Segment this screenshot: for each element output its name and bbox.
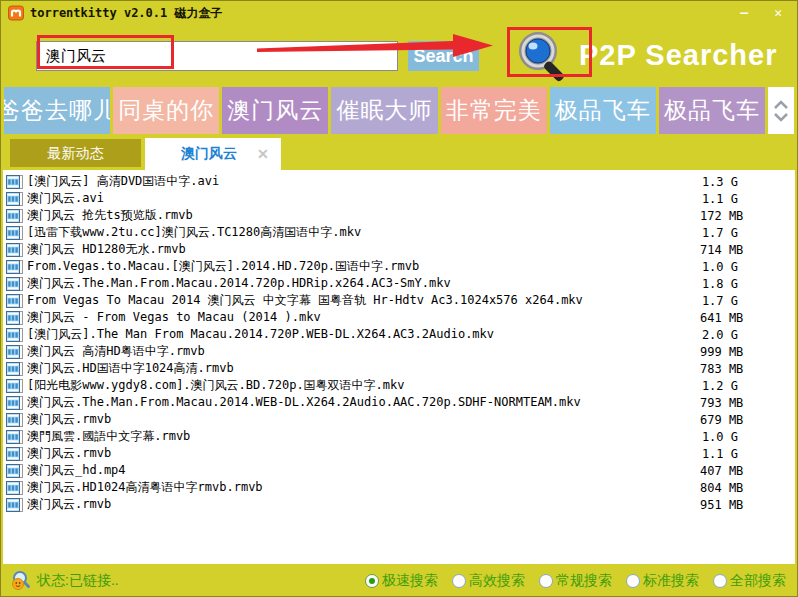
result-row[interactable]: 澳门风云.The.Man.From.Macau.2014.720p.HDRip.… xyxy=(3,275,795,292)
scroll-down-icon[interactable] xyxy=(773,113,789,122)
search-button[interactable]: Search xyxy=(408,41,479,71)
result-size: 951 MB xyxy=(700,498,795,512)
result-row[interactable]: 澳门风云.HD1024高清粤语中字rmvb.rmvb 804 MB xyxy=(3,479,795,496)
radio-icon xyxy=(452,574,466,588)
search-mode-radio[interactable]: 全部搜索 xyxy=(713,572,786,590)
result-name: 澳门风云 抢先ts预览版.rmvb xyxy=(27,207,700,224)
category-button[interactable]: 极品飞车 xyxy=(659,87,765,134)
video-file-icon xyxy=(6,192,23,206)
result-row[interactable]: 澳门风云.rmvb 951 MB xyxy=(3,496,795,513)
result-name: 澳门风云.rmvb xyxy=(27,445,700,462)
result-row[interactable]: 澳门风云.avi 1.1 G xyxy=(3,190,795,207)
result-size: 999 MB xyxy=(700,345,795,359)
result-row[interactable]: [澳门风云].The Man From Macau.2014.720P.WEB-… xyxy=(3,326,795,343)
titlebar: torrentkitty v2.0.1 磁力盒子 — ✕ xyxy=(1,1,797,25)
video-file-icon xyxy=(6,175,23,189)
category-button[interactable]: 爸爸去哪儿 xyxy=(4,87,110,134)
result-row[interactable]: [澳门风云] 高清DVD国语中字.avi 1.3 G xyxy=(3,173,795,190)
result-row[interactable]: From Vegas To Macau 2014 澳门风云 中文字幕 国粤音轨 … xyxy=(3,292,795,309)
result-name: 澳门风云 HD1280无水.rmvb xyxy=(27,241,700,258)
result-row[interactable]: 澳门风云.The.Man.From.Macau.2014.WEB-DL.X264… xyxy=(3,394,795,411)
tab-latest-news[interactable]: 最新动态 xyxy=(10,139,141,167)
tab-bar: 最新动态 澳门风云 ✕ xyxy=(1,134,797,170)
category-button[interactable]: 澳门风云 xyxy=(222,87,328,134)
result-name: 澳门风云_hd.mp4 xyxy=(27,462,700,479)
radio-icon xyxy=(713,574,727,588)
result-name: [澳门风云].The Man From Macau.2014.720P.WEB-… xyxy=(27,326,700,343)
video-file-icon xyxy=(6,379,23,393)
result-size: 1.0 G xyxy=(700,430,795,444)
result-name: 澳门风云.The.Man.From.Macau.2014.WEB-DL.X264… xyxy=(27,394,700,411)
minimize-button[interactable]: — xyxy=(740,1,748,25)
result-size: 2.0 G xyxy=(700,328,795,342)
result-name: 澳门风云.HD1024高清粤语中字rmvb.rmvb xyxy=(27,479,700,496)
result-row[interactable]: 澳门风云.HD国语中字1024高清.rmvb 783 MB xyxy=(3,360,795,377)
result-row[interactable]: [阳光电影www.ygdy8.com].澳门风云.BD.720p.国粤双语中字.… xyxy=(3,377,795,394)
app-logo-icon xyxy=(8,5,24,21)
video-file-icon xyxy=(6,430,23,444)
category-button[interactable]: 非常完美 xyxy=(441,87,547,134)
brand-title: P2P Searcher xyxy=(579,39,778,72)
result-row[interactable]: 澳门风云 - From Vegas to Macau (2014 ).mkv 6… xyxy=(3,309,795,326)
result-size: 172 MB xyxy=(700,209,795,223)
result-size: 1.2 G xyxy=(700,379,795,393)
search-mode-group: 极速搜索 高效搜索 常规搜索 标准搜索 xyxy=(365,572,788,590)
category-button[interactable]: 催眠大师 xyxy=(331,87,437,134)
result-name: [澳门风云] 高清DVD国语中字.avi xyxy=(27,173,700,190)
search-input[interactable] xyxy=(36,41,398,71)
search-mode-radio[interactable]: 标准搜索 xyxy=(626,572,699,590)
result-row[interactable]: 澳門風雲.國語中文字幕.rmvb 1.0 G xyxy=(3,428,795,445)
search-bar: Search P2P Searcher xyxy=(1,25,797,87)
radio-icon xyxy=(626,574,640,588)
result-size: 804 MB xyxy=(700,481,795,495)
search-mode-radio[interactable]: 极速搜索 xyxy=(365,572,438,590)
search-mode-label: 全部搜索 xyxy=(730,572,786,590)
category-scroll-strip xyxy=(768,87,794,134)
result-row[interactable]: [迅雷下载www.2tu.cc]澳门风云.TC1280高清国语中字.mkv 1.… xyxy=(3,224,795,241)
video-file-icon xyxy=(6,345,23,359)
result-row[interactable]: 澳门风云 抢先ts预览版.rmvb 172 MB xyxy=(3,207,795,224)
result-size: 1.1 G xyxy=(700,192,795,206)
result-size: 1.0 G xyxy=(700,260,795,274)
scroll-up-icon[interactable] xyxy=(773,100,789,109)
tab-search-result[interactable]: 澳门风云 ✕ xyxy=(145,138,281,170)
video-file-icon xyxy=(6,243,23,257)
result-row[interactable]: 澳门风云_hd.mp4 407 MB xyxy=(3,462,795,479)
result-row[interactable]: 澳门风云.rmvb 679 MB xyxy=(3,411,795,428)
result-row[interactable]: 澳门风云 高清HD粤语中字.rmvb 999 MB xyxy=(3,343,795,360)
result-size: 1.1 G xyxy=(700,447,795,461)
p2p-searcher-magnifier-icon[interactable] xyxy=(515,30,575,86)
tab-close-icon[interactable]: ✕ xyxy=(257,146,281,162)
close-button[interactable]: ✕ xyxy=(774,1,782,25)
search-mode-radio[interactable]: 常规搜索 xyxy=(539,572,612,590)
video-file-icon xyxy=(6,481,23,495)
category-row: 爸爸去哪儿 同桌的你 澳门风云 催眠大师 非常完美 极品飞车 极品飞车 xyxy=(1,87,797,134)
status-magnifier-smiley-icon xyxy=(10,570,32,592)
result-name: 澳门风云.HD国语中字1024高清.rmvb xyxy=(27,360,700,377)
video-file-icon xyxy=(6,498,23,512)
result-name: 澳门风云.The.Man.From.Macau.2014.720p.HDRip.… xyxy=(27,275,700,292)
result-size: 1.7 G xyxy=(700,294,795,308)
radio-icon xyxy=(365,574,379,588)
result-size: 679 MB xyxy=(700,413,795,427)
category-button[interactable]: 同桌的你 xyxy=(113,87,219,134)
search-mode-radio[interactable]: 高效搜索 xyxy=(452,572,525,590)
result-row[interactable]: 澳门风云.rmvb 1.1 G xyxy=(3,445,795,462)
video-file-icon xyxy=(6,209,23,223)
result-name: 澳門風雲.國語中文字幕.rmvb xyxy=(27,428,700,445)
result-size: 1.7 G xyxy=(700,226,795,240)
app-window: torrentkitty v2.0.1 磁力盒子 — ✕ Search P2P … xyxy=(0,0,798,597)
result-list: [澳门风云] 高清DVD国语中字.avi 1.3 G 澳门风云.av xyxy=(3,170,795,564)
result-size: 407 MB xyxy=(700,464,795,478)
result-size: 1.8 G xyxy=(700,277,795,291)
result-size: 793 MB xyxy=(700,396,795,410)
category-button[interactable]: 极品飞车 xyxy=(550,87,656,134)
result-row[interactable]: From.Vegas.to.Macau.[澳门风云].2014.HD.720p.… xyxy=(3,258,795,275)
result-size: 1.3 G xyxy=(700,175,795,189)
search-mode-label: 高效搜索 xyxy=(469,572,525,590)
tab-label: 澳门风云 xyxy=(145,145,257,163)
result-size: 783 MB xyxy=(700,362,795,376)
result-row[interactable]: 澳门风云 HD1280无水.rmvb 714 MB xyxy=(3,241,795,258)
search-mode-label: 常规搜索 xyxy=(556,572,612,590)
video-file-icon xyxy=(6,447,23,461)
